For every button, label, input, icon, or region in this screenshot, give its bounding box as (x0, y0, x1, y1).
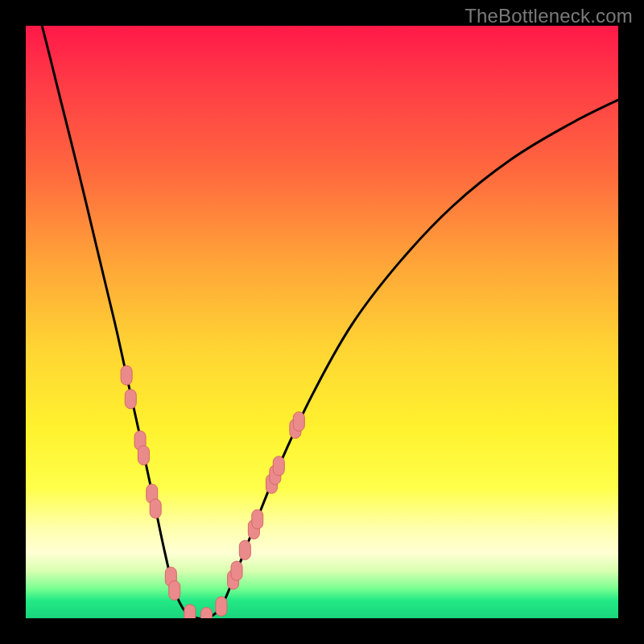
curve-marker (184, 605, 196, 618)
curve-marker (138, 446, 149, 465)
curve-marker (252, 510, 263, 529)
curve-marker (273, 456, 284, 476)
watermark-text: TheBottleneck.com (464, 5, 633, 27)
curve-marker (293, 412, 304, 431)
curve-marker (125, 390, 136, 409)
outer-frame: TheBottleneck.com (0, 0, 644, 644)
bottleneck-curve (26, 26, 618, 618)
curve-marker (200, 608, 212, 618)
curve-marker (169, 580, 180, 600)
curve-marker (216, 597, 227, 616)
curve-marker (231, 561, 242, 580)
curve-marker (150, 499, 161, 518)
plot-area (26, 26, 618, 618)
curve-layer (26, 26, 618, 618)
curve-marker (121, 365, 132, 385)
curve-marker (239, 540, 250, 559)
